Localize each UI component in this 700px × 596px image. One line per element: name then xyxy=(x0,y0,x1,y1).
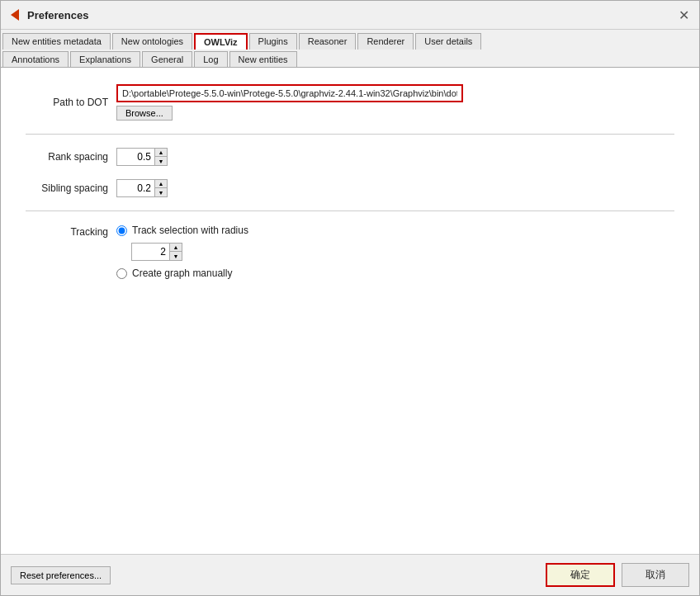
rank-spacing-down[interactable]: ▼ xyxy=(155,157,167,165)
path-input-wrap: Browse... xyxy=(116,84,463,121)
title-bar: Preferences ✕ xyxy=(1,1,699,30)
divider-2 xyxy=(26,210,674,211)
content-area: Path to DOT Browse... Rank spacing ▲ ▼ S… xyxy=(1,68,699,555)
create-graph-radio[interactable] xyxy=(116,268,127,279)
radius-input[interactable] xyxy=(132,244,169,259)
footer: Reset preferences... 确定 取消 xyxy=(1,555,699,595)
tab-plugins[interactable]: Plugins xyxy=(249,33,297,50)
path-row: Path to DOT Browse... xyxy=(26,84,674,121)
tab-annotations[interactable]: Annotations xyxy=(2,51,69,67)
rank-spacing-row: Rank spacing ▲ ▼ xyxy=(26,148,674,166)
svg-marker-0 xyxy=(11,9,19,21)
radius-spinbox: ▲ ▼ xyxy=(131,243,182,261)
sibling-spacing-row: Sibling spacing ▲ ▼ xyxy=(26,179,674,197)
browse-button[interactable]: Browse... xyxy=(116,106,173,121)
track-selection-radio[interactable] xyxy=(116,225,127,236)
tracking-label: Tracking xyxy=(26,225,116,238)
tab-row-2: Annotations Explanations General Log New… xyxy=(1,50,699,67)
tab-new-ontologies[interactable]: New ontologies xyxy=(112,33,192,50)
sibling-spacing-label: Sibling spacing xyxy=(26,182,116,194)
app-icon xyxy=(7,7,22,22)
tabs-container: New entities metadata New ontologies OWL… xyxy=(1,30,699,68)
radius-arrows: ▲ ▼ xyxy=(169,244,182,260)
tracking-section: Tracking Track selection with radius ▲ ▼ xyxy=(26,225,674,279)
path-label: Path to DOT xyxy=(26,97,116,108)
tab-new-entities[interactable]: New entities xyxy=(229,51,297,67)
track-selection-label: Track selection with radius xyxy=(132,225,248,236)
radius-row: ▲ ▼ xyxy=(131,243,248,261)
rank-spacing-input[interactable] xyxy=(117,149,154,164)
tab-log[interactable]: Log xyxy=(194,51,227,67)
sibling-spacing-input[interactable] xyxy=(117,181,154,196)
tab-renderer[interactable]: Renderer xyxy=(357,33,414,50)
preferences-window: Preferences ✕ New entities metadata New … xyxy=(0,0,700,596)
track-selection-row: Track selection with radius xyxy=(116,225,248,236)
tab-new-entities-metadata[interactable]: New entities metadata xyxy=(2,33,111,50)
action-buttons: 确定 取消 xyxy=(546,563,689,587)
sibling-spacing-up[interactable]: ▲ xyxy=(155,180,167,188)
rank-spacing-spinbox: ▲ ▼ xyxy=(116,148,168,166)
sibling-spacing-arrows: ▲ ▼ xyxy=(154,180,167,196)
tab-user-details[interactable]: User details xyxy=(415,33,481,50)
tab-row-1: New entities metadata New ontologies OWL… xyxy=(1,30,699,50)
divider-1 xyxy=(26,134,674,135)
sibling-spacing-spinbox: ▲ ▼ xyxy=(116,179,168,197)
create-graph-label: Create graph manually xyxy=(132,267,232,279)
path-input[interactable] xyxy=(116,84,463,102)
window-title: Preferences xyxy=(27,9,674,21)
create-graph-row: Create graph manually xyxy=(116,267,248,279)
radius-down[interactable]: ▼ xyxy=(170,252,182,260)
tab-explanations[interactable]: Explanations xyxy=(70,51,140,67)
rank-spacing-label: Rank spacing xyxy=(26,151,116,163)
rank-spacing-up[interactable]: ▲ xyxy=(155,149,167,157)
close-button[interactable]: ✕ xyxy=(674,6,693,24)
tab-owlviz[interactable]: OWLViz xyxy=(194,33,248,50)
rank-spacing-arrows: ▲ ▼ xyxy=(154,149,167,165)
reset-preferences-button[interactable]: Reset preferences... xyxy=(11,566,111,584)
ok-button[interactable]: 确定 xyxy=(546,563,615,587)
cancel-button[interactable]: 取消 xyxy=(622,563,689,587)
tab-general[interactable]: General xyxy=(142,51,192,67)
radius-up[interactable]: ▲ xyxy=(170,244,182,252)
tab-reasoner[interactable]: Reasoner xyxy=(299,33,357,50)
sibling-spacing-down[interactable]: ▼ xyxy=(155,188,167,196)
tracking-options: Track selection with radius ▲ ▼ Create g… xyxy=(116,225,248,279)
